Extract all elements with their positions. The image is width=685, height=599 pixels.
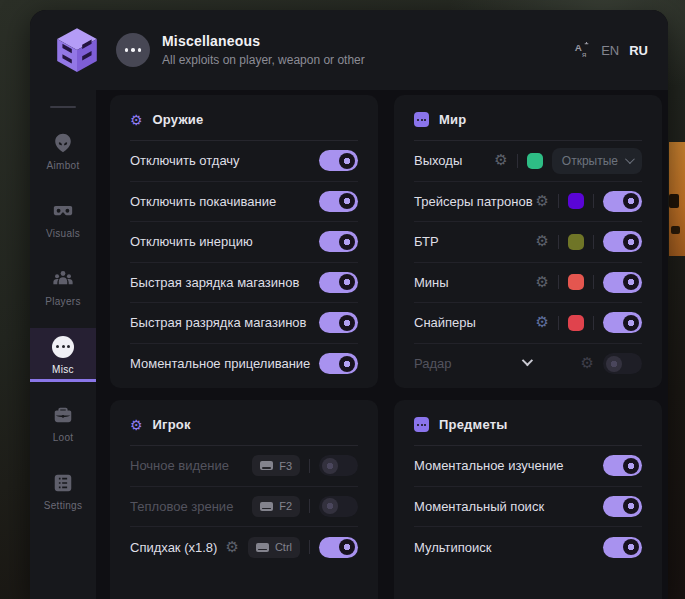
toggle-switch[interactable] xyxy=(319,455,358,476)
toggle-switch[interactable] xyxy=(319,537,358,558)
setting-row: Моментальное прицеливание xyxy=(130,344,358,385)
gear-icon[interactable]: ⚙ xyxy=(536,275,549,290)
toggle-switch[interactable] xyxy=(319,150,358,171)
setting-row: Быстрая разрядка магазинов xyxy=(130,303,358,344)
setting-row: Ночное видение F3 xyxy=(130,446,358,487)
color-swatch[interactable] xyxy=(527,153,543,169)
keybind-badge[interactable]: F2 xyxy=(252,496,300,517)
gear-icon: ⚙ xyxy=(130,113,143,127)
setting-label: Моментальное прицеливание xyxy=(130,356,319,371)
world-section-icon xyxy=(414,112,429,127)
settings-list-icon xyxy=(52,472,74,494)
lang-ru-button[interactable]: RU xyxy=(629,43,648,58)
control-divider xyxy=(517,154,518,168)
gear-icon[interactable]: ⚙ xyxy=(494,153,507,168)
briefcase-icon xyxy=(52,404,74,426)
toggle-switch[interactable] xyxy=(603,231,642,252)
setting-label: Ночное видение xyxy=(130,458,252,473)
setting-row: Моментальный поиск xyxy=(414,487,642,528)
section-title: Игрок xyxy=(153,417,191,432)
sidebar-item-label: Aimbot xyxy=(47,160,80,171)
section-title: Предметы xyxy=(439,417,508,432)
exits-dropdown[interactable]: Открытые xyxy=(552,148,642,174)
setting-row: БТР ⚙ xyxy=(414,222,642,263)
control-divider xyxy=(558,275,559,289)
items-section-icon xyxy=(414,417,429,432)
misc-page-icon xyxy=(116,33,150,67)
gear-icon[interactable]: ⚙ xyxy=(536,315,549,330)
ellipsis-circle-icon xyxy=(52,336,74,358)
setting-row: Снайперы ⚙ xyxy=(414,303,642,344)
toggle-switch[interactable] xyxy=(319,231,358,252)
setting-row: Трейсеры патронов ⚙ xyxy=(414,182,642,223)
setting-label: Моментальный поиск xyxy=(414,499,603,514)
main-content: ⚙ Оружие Отключить отдачу Отключить пока… xyxy=(96,90,668,599)
setting-label: Мультипоиск xyxy=(414,540,603,555)
toggle-switch[interactable] xyxy=(603,191,642,212)
toggle-switch[interactable] xyxy=(603,353,642,374)
setting-row: Отключить инерцию xyxy=(130,222,358,263)
translate-icon: A я xyxy=(573,41,591,59)
keyboard-icon xyxy=(256,543,269,552)
gear-icon[interactable]: ⚙ xyxy=(225,540,238,555)
control-divider xyxy=(593,316,594,330)
sidebar-item-players[interactable]: Players xyxy=(30,260,96,314)
setting-label: Радар xyxy=(414,356,581,371)
control-divider xyxy=(558,316,559,330)
control-divider xyxy=(309,540,310,554)
keyboard-icon xyxy=(260,502,273,511)
setting-row: Радар ⚙ xyxy=(414,344,642,385)
sidebar-item-visuals[interactable]: Visuals xyxy=(30,192,96,246)
color-swatch[interactable] xyxy=(568,234,584,250)
keybind-badge[interactable]: Ctrl xyxy=(248,537,300,558)
app-logo xyxy=(44,25,110,75)
toggle-switch[interactable] xyxy=(319,353,358,374)
svg-text:я: я xyxy=(582,50,586,59)
toggle-switch[interactable] xyxy=(603,496,642,517)
toggle-switch[interactable] xyxy=(603,455,642,476)
setting-row: Тепловое зрение F2 xyxy=(130,487,358,528)
setting-label: Отключить инерцию xyxy=(130,234,319,249)
toggle-switch[interactable] xyxy=(603,272,642,293)
screen: Miscellaneous All exploits on player, we… xyxy=(0,0,685,599)
toggle-switch[interactable] xyxy=(319,272,358,293)
sidebar-item-label: Misc xyxy=(52,364,74,375)
players-group-icon xyxy=(52,268,74,290)
gear-icon[interactable]: ⚙ xyxy=(581,356,594,371)
setting-row: Моментальное изучение xyxy=(414,446,642,487)
sidebar-item-misc[interactable]: Misc xyxy=(30,328,96,382)
toggle-switch[interactable] xyxy=(319,496,358,517)
sidebar-item-aimbot[interactable]: Aimbot xyxy=(30,124,96,178)
section-items: Предметы Моментальное изучение Моменталь… xyxy=(394,400,662,599)
color-swatch[interactable] xyxy=(568,274,584,290)
gear-icon[interactable]: ⚙ xyxy=(536,234,549,249)
chevron-down-icon xyxy=(625,154,635,164)
toggle-switch[interactable] xyxy=(603,537,642,558)
control-divider xyxy=(309,459,310,473)
sidebar-item-label: Visuals xyxy=(46,228,80,239)
toggle-switch[interactable] xyxy=(319,312,358,333)
section-player: ⚙ Игрок Ночное видение F3 xyxy=(110,400,378,599)
setting-label: Отключить покачивание xyxy=(130,194,319,209)
vr-goggles-icon xyxy=(52,200,74,222)
game-background-sign xyxy=(669,142,685,256)
keybind-badge[interactable]: F3 xyxy=(252,455,300,476)
alien-icon xyxy=(52,132,74,154)
lang-en-button[interactable]: EN xyxy=(601,43,619,58)
cheat-menu-window: Miscellaneous All exploits on player, we… xyxy=(30,10,668,599)
toggle-switch[interactable] xyxy=(319,191,358,212)
sidebar-item-loot[interactable]: Loot xyxy=(30,396,96,450)
toggle-switch[interactable] xyxy=(603,312,642,333)
setting-label: Выходы xyxy=(414,153,494,168)
control-divider xyxy=(593,275,594,289)
section-title: Мир xyxy=(439,112,466,127)
color-swatch[interactable] xyxy=(568,193,584,209)
page-subtitle: All exploits on player, weapon or other xyxy=(162,53,365,67)
setting-label: Быстрая зарядка магазинов xyxy=(130,275,319,290)
color-swatch[interactable] xyxy=(568,315,584,331)
sidebar-item-settings[interactable]: Settings xyxy=(30,464,96,518)
setting-label: Трейсеры патронов xyxy=(414,194,536,209)
window-header: Miscellaneous All exploits on player, we… xyxy=(30,10,668,90)
control-divider xyxy=(309,499,310,513)
gear-icon[interactable]: ⚙ xyxy=(536,194,549,209)
